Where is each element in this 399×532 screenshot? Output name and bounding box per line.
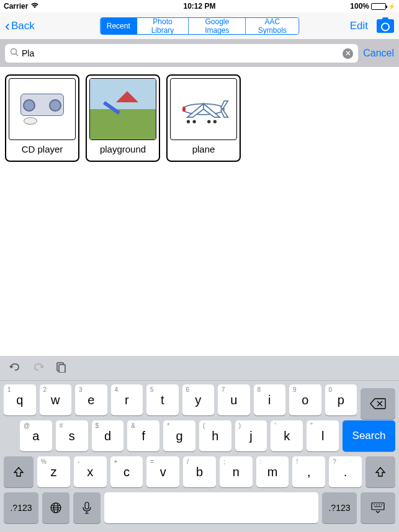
segment-recent[interactable]: Recent — [101, 18, 137, 34]
key-a[interactable]: @a — [20, 420, 52, 451]
result-item-playground[interactable]: playground — [86, 74, 160, 162]
key-n[interactable]: ;n — [220, 456, 253, 487]
playground-icon — [89, 78, 156, 140]
cd-player-icon — [9, 78, 76, 140]
result-label: plane — [192, 144, 215, 158]
redo-button[interactable] — [32, 362, 45, 375]
svg-point-7 — [182, 107, 186, 112]
key-u[interactable]: 7u — [218, 384, 250, 415]
key-m[interactable]: :m — [256, 456, 289, 487]
battery-icon — [371, 3, 386, 10]
paste-button[interactable] — [56, 361, 66, 375]
backspace-key[interactable] — [361, 388, 395, 419]
key-j[interactable]: )j — [235, 420, 267, 451]
key-b[interactable]: /b — [183, 456, 216, 487]
key-k[interactable]: 'k — [271, 420, 303, 451]
results-grid: CD player playground plane — [0, 67, 399, 169]
segment-photo-library[interactable]: Photo Library — [137, 18, 189, 34]
result-item-cd-player[interactable]: CD player — [5, 74, 79, 162]
battery-percent: 100% — [350, 2, 369, 11]
shift-key-right[interactable] — [365, 456, 395, 487]
search-input[interactable] — [22, 48, 343, 58]
keyboard-toolbar — [0, 356, 399, 381]
wifi-icon — [30, 2, 39, 11]
result-label: playground — [100, 144, 146, 158]
camera-button[interactable] — [377, 19, 394, 33]
edit-button[interactable]: Edit — [350, 20, 368, 32]
segmented-control: Recent Photo Library Google Images AAC S… — [100, 17, 300, 35]
charging-icon: ⚡ — [388, 3, 395, 10]
result-label: CD player — [22, 144, 63, 158]
svg-rect-9 — [59, 365, 65, 373]
svg-point-4 — [193, 120, 196, 123]
keyboard-row-4: .?123 .?123 — [2, 492, 397, 523]
back-label: Back — [11, 20, 35, 32]
keyboard-row-1: 1q2w3e4r5t6y7u8i9o0p — [2, 384, 397, 415]
search-field[interactable]: ✕ — [5, 44, 358, 63]
dismiss-keyboard-key[interactable] — [361, 492, 395, 523]
mode-key-right[interactable]: .?123 — [322, 492, 357, 523]
clear-search-button[interactable]: ✕ — [343, 48, 353, 59]
key-w[interactable]: 2w — [40, 384, 72, 415]
search-icon — [10, 48, 19, 59]
plane-icon — [170, 78, 237, 140]
key-d[interactable]: $d — [92, 420, 124, 451]
svg-line-1 — [16, 54, 19, 56]
search-key[interactable]: Search — [343, 420, 395, 451]
status-bar: Carrier 10:12 PM 100% ⚡ — [0, 0, 399, 12]
cancel-button[interactable]: Cancel — [363, 48, 394, 59]
result-item-plane[interactable]: plane — [166, 74, 241, 162]
key-i[interactable]: 8i — [254, 384, 286, 415]
key-f[interactable]: &f — [127, 420, 159, 451]
keyboard-row-3: %z-x+c=v/b;n:m!,?. — [2, 456, 397, 487]
key-,[interactable]: !, — [292, 456, 325, 487]
shift-key[interactable] — [4, 456, 34, 487]
key-s[interactable]: #s — [56, 420, 88, 451]
key-p[interactable]: 0p — [325, 384, 357, 415]
svg-point-3 — [187, 120, 190, 123]
key-q[interactable]: 1q — [4, 384, 36, 415]
key-t[interactable]: 5t — [146, 384, 179, 415]
mode-key[interactable]: .?123 — [4, 492, 38, 523]
key-v[interactable]: =v — [146, 456, 179, 487]
segment-google-images[interactable]: Google Images — [189, 18, 246, 34]
clock: 10:12 PM — [183, 2, 215, 11]
search-bar: ✕ Cancel — [0, 40, 399, 67]
space-key[interactable] — [104, 492, 318, 523]
key-h[interactable]: (h — [199, 420, 231, 451]
back-button[interactable]: ‹ Back — [5, 17, 35, 35]
globe-key[interactable] — [42, 492, 69, 523]
key-g[interactable]: *g — [163, 420, 195, 451]
svg-point-6 — [213, 120, 217, 123]
dictate-key[interactable] — [73, 492, 101, 523]
svg-rect-13 — [85, 502, 89, 509]
keyboard-row-2: @a#s$d&f*g(h)j'k"l Search — [2, 420, 397, 451]
key-y[interactable]: 6y — [182, 384, 215, 415]
nav-bar: ‹ Back Recent Photo Library Google Image… — [0, 12, 399, 40]
key-l[interactable]: "l — [307, 420, 339, 451]
svg-point-5 — [207, 120, 210, 123]
key-e[interactable]: 3e — [75, 384, 107, 415]
undo-button[interactable] — [9, 362, 21, 375]
key-c[interactable]: +c — [110, 456, 143, 487]
segment-aac-symbols[interactable]: AAC Symbols — [246, 18, 298, 34]
key-r[interactable]: 4r — [111, 384, 143, 415]
key-z[interactable]: %z — [37, 456, 70, 487]
carrier-label: Carrier — [4, 2, 28, 11]
key-.[interactable]: ?. — [329, 456, 362, 487]
svg-point-0 — [11, 49, 17, 55]
key-x[interactable]: -x — [74, 456, 107, 487]
keyboard: 1q2w3e4r5t6y7u8i9o0p @a#s$d&f*g(h)j'k"l … — [0, 356, 399, 532]
key-o[interactable]: 9o — [289, 384, 321, 415]
chevron-left-icon: ‹ — [5, 17, 10, 35]
